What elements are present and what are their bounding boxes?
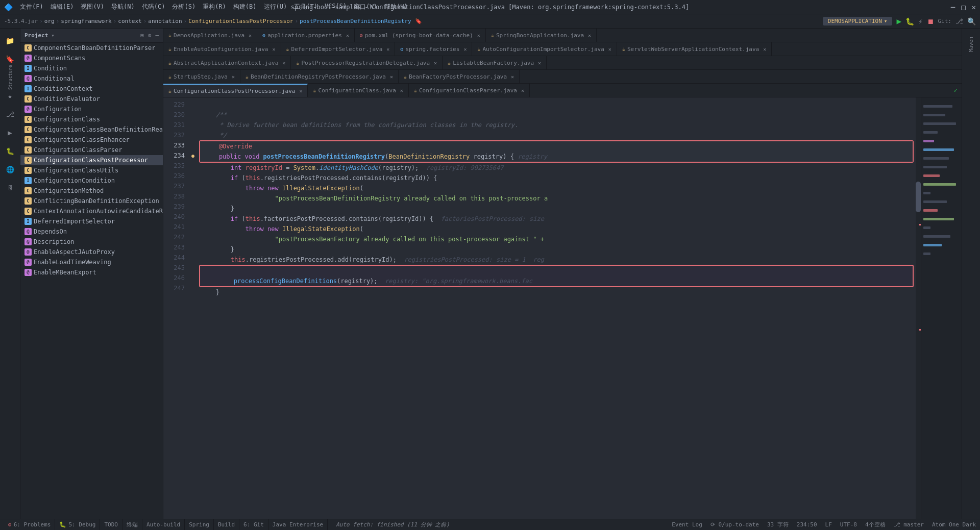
tab-close-icon3[interactable]: ✕ — [477, 33, 480, 38]
tree-item-EnableAspectJAutoProxy[interactable]: @ EnableAspectJAutoProxy — [20, 247, 163, 257]
tree-item-ConfigurationCondition[interactable]: I ConfigurationCondition — [20, 175, 163, 186]
menu-file[interactable]: 文件(F) — [17, 2, 46, 12]
tab-close-icon2[interactable]: ✕ — [346, 33, 349, 38]
tab-close-icon10[interactable]: ✕ — [282, 60, 285, 66]
tab-close-icon15[interactable]: ✕ — [511, 74, 514, 80]
project-dropdown-icon[interactable]: ▾ — [51, 32, 55, 39]
tab-close-icon12[interactable]: ✕ — [538, 60, 541, 66]
tree-item-ConditionEvaluator[interactable]: C ConditionEvaluator — [20, 94, 163, 104]
tab-EnableAutoConfiguration[interactable]: ☕ EnableAutoConfiguration.java ✕ — [163, 42, 281, 56]
git-icon[interactable]: ⎇ — [955, 17, 963, 25]
tab-AutoConfigurationImportSelector[interactable]: ☕ AutoConfigurationImportSelector.java ✕ — [472, 42, 617, 56]
todo-button[interactable]: TODO — [100, 519, 122, 530]
git-button[interactable]: 6: Git — [239, 519, 268, 530]
tree-item-EnableLoadTimeWeaving[interactable]: @ EnableLoadTimeWeaving — [20, 257, 163, 267]
run-button[interactable]: ▶ — [896, 16, 901, 26]
indent-label[interactable]: 4个空格 — [865, 521, 886, 528]
structure-icon[interactable]: Structure — [2, 69, 18, 86]
menu-view[interactable]: 视图(V) — [78, 2, 107, 12]
tab-ConfigurationClassParser[interactable]: ☕ ConfigurationClassParser.java ✕ — [409, 84, 530, 97]
tree-item-Configuration[interactable]: @ Configuration — [20, 104, 163, 114]
auto-build-button[interactable]: Auto-build — [142, 519, 185, 530]
vcs-branch[interactable]: ⎇ master — [894, 521, 924, 528]
tree-item-ComponentScanBeanDefinitionParser[interactable]: C ComponentScanBeanDefinitionParser — [20, 43, 163, 53]
tab-BeanFactoryPostProcessor[interactable]: ☕ BeanFactoryPostProcessor.java ✕ — [399, 70, 520, 83]
tab-StartupStep[interactable]: ☕ StartupStep.java ✕ — [163, 70, 240, 83]
tab-AbstractApplicationContext[interactable]: ☕ AbstractApplicationContext.java ✕ — [163, 56, 291, 69]
editor-content[interactable]: 229 230 231 232 233 234 235 236 237 238 … — [163, 97, 962, 519]
maximize-button[interactable]: □ — [961, 3, 965, 11]
menu-build[interactable]: 构建(B) — [230, 2, 260, 12]
debug-button[interactable]: 🐛 — [905, 17, 914, 26]
menu-code[interactable]: 代码(C) — [139, 2, 168, 12]
git-icon2[interactable]: ⎇ — [2, 106, 18, 122]
terminal-button[interactable]: 终端 — [122, 519, 142, 530]
tab-DeferredImportSelector[interactable]: ☕ DeferredImportSelector.java ✕ — [281, 42, 396, 56]
panel-minimize-icon[interactable]: ─ — [155, 32, 159, 39]
tab-DemosApplication[interactable]: ☕ DemosApplication.java ✕ — [163, 29, 257, 42]
problems-button[interactable]: ⊘ 6: Problems — [4, 519, 55, 530]
coverage-button[interactable]: ⚡ — [918, 17, 922, 26]
menu-navigate[interactable]: 导航(N) — [108, 2, 138, 12]
tree-item-ConfigurationClass[interactable]: C ConfigurationClass — [20, 114, 163, 124]
breadcrumb-annotation[interactable]: annotation — [148, 18, 182, 24]
tab-close-icon8[interactable]: ✕ — [608, 46, 611, 52]
tree-item-DeferredImportSelector[interactable]: I DeferredImportSelector — [20, 216, 163, 226]
tab-close-icon18[interactable]: ✕ — [521, 88, 524, 93]
tab-ConfigurationClass[interactable]: ☕ ConfigurationClass.java ✕ — [308, 84, 408, 97]
tree-item-ConditionContext[interactable]: I ConditionContext — [20, 84, 163, 94]
breadcrumb-org[interactable]: org — [44, 18, 55, 24]
persistence-icon[interactable]: 🗄 — [2, 180, 18, 196]
java-enterprise-button[interactable]: Java Enterprise — [268, 519, 328, 530]
run-icon[interactable]: ▶ — [2, 124, 18, 141]
tab-pom-xml[interactable]: ⚙ pom.xml (spring-boot-data-cache) ✕ — [355, 29, 486, 42]
debug-button[interactable]: 🐛 5: Debug — [55, 519, 100, 530]
tree-item-Condition[interactable]: I Condition — [20, 63, 163, 73]
spring-button[interactable]: Spring — [185, 519, 214, 530]
tab-close-icon4[interactable]: ✕ — [588, 33, 591, 38]
tab-close-icon16[interactable]: ✕ — [299, 88, 302, 94]
tab-close-icon5[interactable]: ✕ — [272, 46, 275, 52]
menu-refactor[interactable]: 重构(R) — [200, 2, 229, 12]
tab-close-icon17[interactable]: ✕ — [400, 88, 403, 93]
expand-all-icon[interactable]: ⊞ — [140, 32, 144, 39]
maven-icon[interactable]: Maven — [966, 33, 976, 56]
tab-close-icon9[interactable]: ✕ — [763, 46, 766, 52]
tree-item-ComponentScans[interactable]: @ ComponentScans — [20, 53, 163, 63]
tree-item-ConfigurationClassPostProcessor[interactable]: C ConfigurationClassPostProcessor — [20, 155, 163, 165]
build-button[interactable]: Build — [214, 519, 239, 530]
stop-button[interactable]: ⏹ — [927, 17, 934, 26]
scrollbar-thumb[interactable] — [916, 182, 921, 212]
tree-item-Description[interactable]: @ Description — [20, 237, 163, 247]
tab-SpringBootApplication[interactable]: ☕ SpringBootApplication.java ✕ — [486, 29, 597, 42]
run-config-dropdown-icon[interactable]: ▾ — [884, 18, 888, 24]
breakpoint-indicator[interactable]: ● — [191, 153, 194, 159]
tab-close-icon11[interactable]: ✕ — [434, 60, 437, 66]
tab-PostProcessorRegistrationDelegate[interactable]: ☕ PostProcessorRegistrationDelegate.java… — [291, 56, 443, 69]
run-config-selector[interactable]: DEMOSAPPLICATION ▾ — [823, 17, 893, 26]
tab-close-icon[interactable]: ✕ — [249, 33, 252, 38]
bookmark-icon[interactable]: 🔖 — [415, 18, 422, 24]
tab-close-icon6[interactable]: ✕ — [386, 46, 389, 52]
close-button[interactable]: ✕ — [972, 3, 976, 11]
tree-item-ConfigurationClassEnhancer[interactable]: C ConfigurationClassEnhancer — [20, 135, 163, 145]
tree-item-ConflictingBeanDefinitionException[interactable]: C ConflictingBeanDefinitionException — [20, 196, 163, 206]
tree-item-ConfigurationClassBeanDefinitionReader[interactable]: C ConfigurationClassBeanDefinitionReader — [20, 124, 163, 135]
tree-item-ConfigurationClassParser[interactable]: C ConfigurationClassParser — [20, 145, 163, 155]
tree-item-EnableMBeanExport[interactable]: @ EnableMBeanExport — [20, 267, 163, 277]
project-icon[interactable]: 📁 — [2, 33, 18, 49]
encoding-label[interactable]: UTF-8 — [840, 521, 857, 528]
breadcrumb-method[interactable]: postProcessBeanDefinitionRegistry — [300, 18, 411, 24]
tab-application-properties[interactable]: ⚙ application.properties ✕ — [257, 29, 355, 42]
tab-ConfigurationClassPostProcessor[interactable]: ☕ ConfigurationClassPostProcessor.java ✕ — [163, 84, 308, 97]
menu-edit[interactable]: 编辑(E) — [47, 2, 77, 12]
tab-BeanDefinitionRegistryPostProcessor[interactable]: ☕ BeanDefinitionRegistryPostProcessor.ja… — [240, 70, 399, 83]
vertical-scrollbar[interactable] — [916, 97, 921, 519]
breadcrumb-class[interactable]: ConfigurationClassPostProcessor — [188, 18, 293, 24]
tab-close-icon14[interactable]: ✕ — [390, 74, 393, 80]
event-log-button[interactable]: Event Log — [672, 521, 702, 528]
tree-item-Conditional[interactable]: @ Conditional — [20, 73, 163, 84]
tab-close-icon13[interactable]: ✕ — [232, 74, 235, 80]
tree-item-ContextAnnotationAutowireCandidateResolver[interactable]: C ContextAnnotationAutowireCandidateReso… — [20, 206, 163, 216]
favorites-icon[interactable]: ★ — [2, 88, 18, 104]
